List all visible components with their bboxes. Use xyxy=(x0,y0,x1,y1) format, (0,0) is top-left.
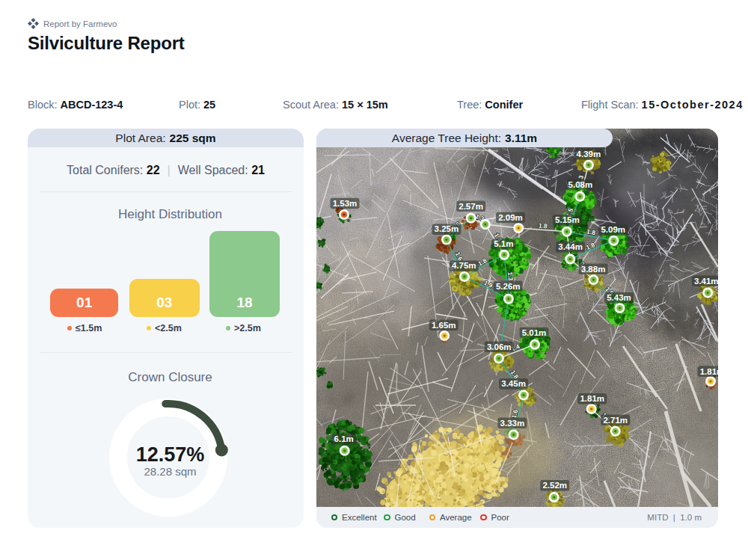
svg-text:3.45m: 3.45m xyxy=(501,379,526,388)
svg-text:3.41m: 3.41m xyxy=(694,277,718,286)
svg-text:1.81m: 1.81m xyxy=(700,367,718,376)
svg-text:3.44m: 3.44m xyxy=(558,242,583,251)
svg-text:4.39m: 4.39m xyxy=(577,150,601,159)
svg-text:5.01m: 5.01m xyxy=(522,328,547,337)
svg-text:1.3: 1.3 xyxy=(506,271,515,281)
svg-text:3.33m: 3.33m xyxy=(500,419,525,428)
svg-text:1.8: 1.8 xyxy=(539,222,548,230)
svg-text:5.08m: 5.08m xyxy=(568,180,593,189)
svg-text:3.06m: 3.06m xyxy=(487,342,512,351)
svg-text:5.26m: 5.26m xyxy=(496,282,521,291)
svg-text:2.57m: 2.57m xyxy=(459,202,483,211)
svg-text:5.09m: 5.09m xyxy=(601,225,625,234)
svg-text:4.75m: 4.75m xyxy=(452,261,476,270)
svg-text:2.71m: 2.71m xyxy=(603,416,628,425)
svg-text:1.81m: 1.81m xyxy=(580,394,604,403)
svg-text:3.25m: 3.25m xyxy=(435,224,459,233)
svg-text:1.65m: 1.65m xyxy=(432,321,456,330)
svg-text:1.53m: 1.53m xyxy=(333,199,358,208)
svg-text:2.09m: 2.09m xyxy=(498,213,523,222)
svg-text:5.1m: 5.1m xyxy=(494,239,513,248)
svg-text:5.43m: 5.43m xyxy=(607,293,631,302)
svg-text:5.15m: 5.15m xyxy=(555,215,580,224)
svg-text:2.52m: 2.52m xyxy=(542,481,567,490)
svg-text:3.88m: 3.88m xyxy=(581,265,606,274)
svg-text:6.1m: 6.1m xyxy=(334,434,354,443)
